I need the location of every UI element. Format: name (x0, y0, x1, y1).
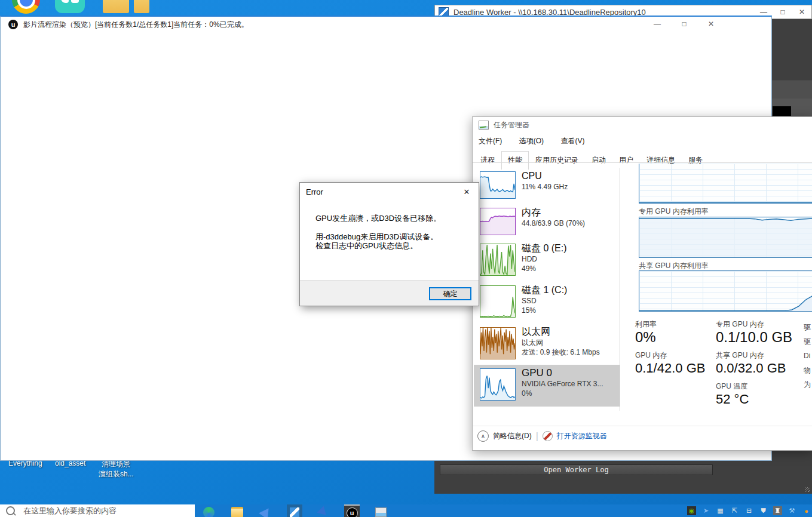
task-manager-icon (479, 121, 489, 130)
shared-memory-chart (639, 270, 812, 312)
tm-sidebar: CPU 11% 4.49 GHz 内存 44.8/63.9 GB (70%) 磁… (474, 168, 620, 407)
unreal-icon[interactable]: u (344, 504, 360, 517)
deadline-icon[interactable] (287, 504, 302, 517)
cpu-graph-thumb (480, 171, 516, 199)
folder-icon[interactable] (103, 0, 129, 13)
deadline-tray-icon[interactable]: ⚒ (788, 506, 796, 515)
stat-dedicated-memory: 专用 GPU 内存 0.1/10.0 GB (716, 320, 805, 346)
stat-utilization: 利用率 0% (635, 320, 713, 346)
minimize-icon[interactable]: — (648, 18, 667, 30)
menu-file[interactable]: 文件(F) (477, 134, 503, 148)
error-dialog: Error ✕ GPU发生崩溃，或D3D设备已移除。 用-d3ddebug来启用… (299, 182, 479, 306)
chrome-icon[interactable] (12, 0, 40, 14)
memory-graph-thumb (480, 208, 516, 235)
app-icon[interactable]: ♜ (773, 506, 782, 515)
resize-grip[interactable] (805, 487, 810, 492)
task-manager-window: 任务管理器 文件(F) 选项(O) 查看(V) 进程 性能 应用历史记录 启动 … (472, 116, 812, 451)
tab-performance[interactable]: 性能 (501, 151, 529, 170)
shared-memory-chart-label: 共享 GPU 内存利用率 (639, 261, 709, 271)
window-arrow-icon[interactable]: ⇱ (730, 506, 739, 515)
grid-icon[interactable]: ▦ (716, 506, 725, 515)
task-manager-icon[interactable] (373, 504, 388, 517)
tab-startup[interactable]: 启动 (585, 151, 612, 169)
error-dialog-titlebar[interactable]: Error ✕ (300, 183, 479, 201)
tab-processes[interactable]: 进程 (474, 151, 501, 169)
desktop-label[interactable]: 渲组装sh... (99, 469, 134, 479)
tm-titlebar[interactable]: 任务管理器 (473, 117, 812, 133)
stat-gpu-temperature: GPU 温度 52 °C (716, 382, 788, 408)
tab-app-history[interactable]: 应用历史记录 (529, 151, 585, 169)
details-toggle[interactable]: 简略信息(D) (493, 431, 532, 441)
sidebar-item-disk1[interactable]: 磁盘 1 (C:) SSD 15% (474, 282, 620, 324)
chevron-up-icon[interactable]: ∧ (477, 430, 489, 442)
open-resource-monitor-link[interactable]: 打开资源监视器 (557, 431, 607, 441)
sidebar-item-gpu0[interactable]: GPU 0 NVIDIA GeForce RTX 3... 0% (474, 365, 620, 407)
search-placeholder: 在这里输入你要搜索的内容 (23, 506, 117, 516)
sidebar-item-cpu[interactable]: CPU 11% 4.49 GHz (474, 168, 620, 204)
stat-gpu-memory: GPU 内存 0.1/42.0 GB (635, 351, 719, 377)
render-window-title: 影片流程渲染（预览）[当前任务数1/总任务数1]当前任务：0%已完成。 (23, 20, 249, 30)
desktop: Everything old_asset 清理场景 渲组装sh... Deadl… (0, 0, 812, 517)
power-bi-icon[interactable] (315, 504, 331, 517)
orange-icon[interactable]: ● (802, 506, 811, 515)
edge-icon[interactable] (201, 504, 216, 517)
maximize-icon[interactable]: □ (675, 18, 694, 30)
unreal-icon: u (8, 20, 18, 29)
gpu-utilization-chart (639, 164, 812, 204)
disk1-graph-thumb (480, 285, 516, 318)
blue-arrow-icon[interactable]: ➤ (701, 506, 710, 515)
disk0-graph-thumb (480, 244, 516, 276)
sidebar-item-memory[interactable]: 内存 44.8/63.9 GB (70%) (474, 204, 620, 240)
stat-cutoff-column: 驱 驱 Di 物 为 (804, 320, 812, 392)
ethernet-graph-thumb (480, 327, 516, 359)
deadline-black-box (773, 106, 791, 116)
defender-icon[interactable]: ⛊ (759, 506, 768, 515)
tm-title: 任务管理器 (494, 120, 529, 130)
dedicated-memory-chart-label: 专用 GPU 内存利用率 (639, 207, 709, 217)
folder-icon[interactable] (134, 0, 149, 13)
error-dialog-message: GPU发生崩溃，或D3D设备已移除。 用-d3ddebug来启用D3D调试设备。… (300, 201, 479, 250)
close-icon[interactable]: ✕ (701, 18, 721, 30)
open-worker-log-button[interactable]: Open Worker Log (440, 464, 713, 475)
stat-shared-memory: 共享 GPU 内存 0.0/32.0 GB (716, 351, 805, 377)
dedicated-memory-chart (639, 217, 812, 258)
usb-icon[interactable]: ⊟ (744, 506, 753, 515)
tab-users[interactable]: 用户 (612, 151, 640, 169)
taskbar: 在这里输入你要搜索的内容 u (0, 504, 812, 517)
teal-app-icon[interactable] (55, 0, 85, 13)
close-icon[interactable]: ✕ (459, 187, 474, 196)
sidebar-item-disk0[interactable]: 磁盘 0 (E:) HDD 49% (474, 240, 620, 282)
nvidia-icon[interactable]: ◉ (687, 506, 696, 515)
close-icon[interactable]: ✕ (792, 6, 811, 18)
tm-footer: ∧ 简略信息(D) | 打开资源监视器 (477, 430, 607, 442)
maximize-icon[interactable]: □ (773, 6, 792, 18)
taskbar-search[interactable]: 在这里输入你要搜索的内容 (0, 504, 195, 517)
file-explorer-icon[interactable] (229, 504, 245, 517)
blue-app-icon[interactable] (258, 504, 274, 517)
menu-view[interactable]: 查看(V) (560, 134, 586, 148)
error-dialog-footer: 确定 (300, 280, 479, 306)
search-icon (6, 506, 15, 515)
resource-monitor-icon (543, 431, 553, 441)
menu-options[interactable]: 选项(O) (518, 134, 545, 148)
tm-menubar: 文件(F) 选项(O) 查看(V) (473, 133, 812, 148)
error-dialog-title: Error (306, 187, 323, 196)
sidebar-item-ethernet[interactable]: 以太网 以太网 发送: 0.9 接收: 6.1 Mbps (474, 324, 620, 365)
ok-button[interactable]: 确定 (429, 287, 471, 300)
gpu-graph-thumb (480, 368, 516, 401)
